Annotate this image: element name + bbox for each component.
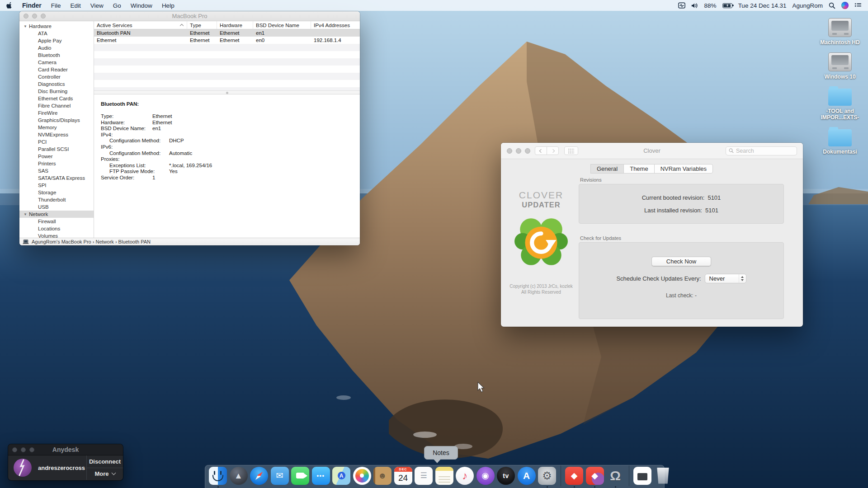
dock-launchpad[interactable]: ▲ [230,467,248,485]
search-field[interactable]: Search [726,146,797,155]
dock-contacts[interactable]: ☻ [373,467,392,485]
sysinfo-sidebar-item[interactable]: Apple Pay [19,37,94,44]
tab[interactable]: Theme [623,164,654,174]
sysinfo-sidebar-item[interactable]: Volumes [19,232,94,238]
dock-hardware-tool[interactable]: Ω [606,467,624,485]
sysinfo-sidebar-item[interactable]: ▼ Network [19,211,94,218]
disclosure-triangle-icon[interactable]: ▼ [24,24,28,28]
sysinfo-sidebar-item[interactable]: Memory [19,124,94,131]
dock-system-preferences[interactable]: ⚙ [538,467,556,485]
menu-bar-clock[interactable]: Tue 24 Dec 14.31 [738,2,787,9]
schedule-select[interactable]: Never [705,274,746,283]
column-bsd-device-name[interactable]: BSD Device Name [253,21,311,29]
anydesk-titlebar[interactable]: Anydesk [8,444,123,455]
desktop-icon-machintosh-hd[interactable]: Machintosh HD [816,18,863,46]
sysinfo-sidebar-item[interactable]: Card Reader [19,66,94,73]
sysinfo-sidebar-item[interactable]: SATA/SATA Express [19,174,94,182]
dock-facetime[interactable] [291,467,309,485]
dock-disk-image-file[interactable] [633,467,651,485]
desktop-icon-tool-folder[interactable]: -TOOL and IMPOR...EXTS- [816,87,863,121]
dock-calendar[interactable]: DEC 24 [394,467,412,485]
sysinfo-sidebar-item[interactable]: SPI [19,182,94,189]
notification-center-icon[interactable] [854,3,862,9]
table-row[interactable]: Bluetooth PAN Ethernet Ethernet en1 [94,29,360,37]
menu-item[interactable]: Help [162,2,175,9]
clover-toolbar[interactable]: Clover Search [501,143,803,159]
sysinfo-sidebar-item[interactable]: Thunderbolt [19,196,94,203]
minimize-button[interactable] [516,148,521,154]
sysinfo-sidebar-item[interactable]: Bluetooth [19,52,94,59]
desktop-icon-windows-10[interactable]: Windows 10 [816,52,863,80]
dock-separator[interactable] [627,467,631,485]
splitter-grip[interactable] [226,92,228,94]
activity-icon[interactable] [678,2,685,9]
disconnect-button[interactable]: Disconnect [87,455,123,468]
column-ipv4-addresses[interactable]: IPv4 Addresses [311,21,360,29]
dock-music[interactable]: ♪ [456,467,474,485]
dock-finder[interactable] [209,467,227,485]
column-type[interactable]: Type [187,21,217,29]
sysinfo-sidebar-item[interactable]: Audio [19,44,94,52]
sysinfo-sidebar-item[interactable]: SAS [19,167,94,174]
menu-item[interactable]: Window [131,2,152,9]
menu-item[interactable]: Edit [71,2,81,9]
menu-bar-user[interactable]: AgungRom [792,2,823,9]
check-now-button[interactable]: Check Now [651,257,711,266]
dock-photos[interactable] [353,467,371,485]
sysinfo-sidebar-item[interactable]: Graphics/Displays [19,117,94,124]
dock-maps[interactable]: A [332,467,350,485]
zoom-button[interactable] [525,148,530,154]
disclosure-triangle-icon[interactable]: ▼ [24,212,28,216]
dock-app-store[interactable]: A [518,467,536,485]
column-hardware[interactable]: Hardware [217,21,253,29]
close-button[interactable] [507,148,512,154]
sysinfo-sidebar-item[interactable]: USB [19,203,94,211]
sysinfo-sidebar-item[interactable]: FireWire [19,109,94,117]
sysinfo-sidebar-item[interactable]: Disc Burning [19,88,94,95]
volume-icon[interactable] [691,3,698,9]
sysinfo-sidebar-item[interactable]: Storage [19,189,94,196]
menu-item[interactable]: View [90,2,104,9]
show-all-button[interactable] [564,146,578,155]
dock-trash[interactable] [654,467,672,485]
dock-messages[interactable]: ••• [312,467,330,485]
column-active-services[interactable]: Active Services [94,21,187,29]
dock-podcasts[interactable]: ◉ [476,467,495,485]
desktop-icon-dokumentasi-folder[interactable]: Dokumentasi [816,127,863,155]
sysinfo-sidebar-item[interactable]: Diagnostics [19,80,94,88]
sysinfo-sidebar-item[interactable]: Camera [19,59,94,66]
dock-anydesk[interactable]: ◆ [565,467,583,485]
pane-splitter[interactable] [94,90,360,94]
sysinfo-titlebar[interactable]: MacBook Pro [19,11,360,21]
menu-item[interactable]: File [51,2,61,9]
active-app-menu[interactable]: Finder [22,2,42,9]
dock-mail[interactable]: ✉ [271,467,289,485]
more-button[interactable]: More [87,468,123,480]
battery-icon[interactable] [722,3,732,8]
tab[interactable]: NVRam Variables [654,164,713,174]
dock-anydesk-session[interactable]: ◆ [586,467,604,485]
sysinfo-sidebar-item[interactable]: ▼ Hardware [19,23,94,30]
sysinfo-sidebar-item[interactable]: Printers [19,160,94,167]
tab[interactable]: General [590,164,624,174]
sysinfo-sidebar-item[interactable]: Power [19,153,94,160]
sysinfo-sidebar-item[interactable]: Ethernet Cards [19,95,94,102]
sysinfo-sidebar-item[interactable]: Controller [19,73,94,80]
apple-menu[interactable] [6,2,13,9]
dock-separator[interactable] [559,467,563,485]
sysinfo-sidebar-item[interactable]: ATA [19,30,94,37]
spotlight-icon[interactable] [829,2,835,9]
sysinfo-sidebar-item[interactable]: NVMExpress [19,131,94,138]
forward-button[interactable] [547,146,559,155]
sysinfo-sidebar-item[interactable]: Firewall [19,218,94,225]
menu-item[interactable]: Go [113,2,121,9]
dock-safari[interactable] [250,467,268,485]
table-row[interactable]: Ethernet Ethernet Ethernet en0 192.168.1… [94,37,360,44]
dock-reminders[interactable]: ☰ [415,467,433,485]
sysinfo-sidebar-item[interactable]: Parallel SCSI [19,145,94,153]
dock-tv[interactable]: tv [497,467,515,485]
sysinfo-sidebar-item[interactable]: PCI [19,138,94,145]
dock-notes[interactable] [435,467,453,485]
siri-icon[interactable] [841,2,849,9]
back-button[interactable] [535,146,547,155]
